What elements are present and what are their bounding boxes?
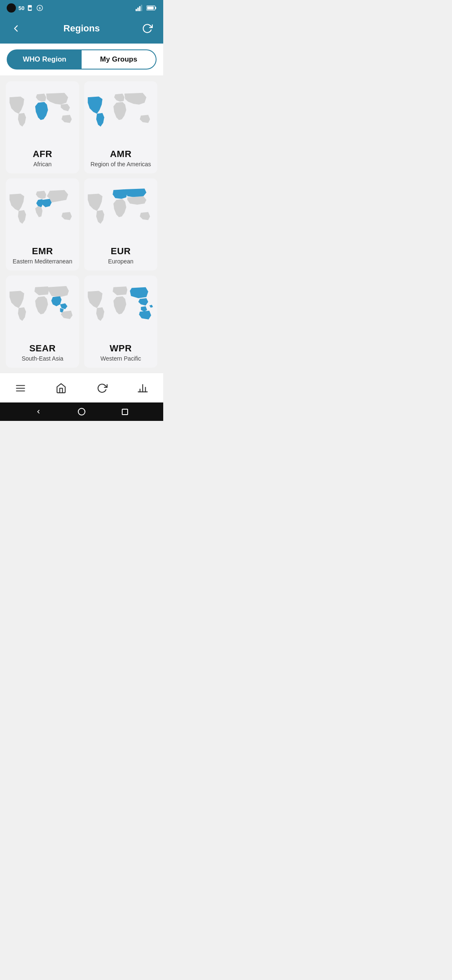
sys-recent-button[interactable]	[120, 407, 129, 416]
region-card-afr[interactable]: AFR African	[6, 81, 79, 173]
sys-recent-icon	[122, 409, 128, 415]
status-right	[136, 5, 157, 11]
region-map-afr	[6, 81, 79, 146]
system-nav-bar	[0, 402, 163, 421]
status-left: 50 $	[7, 3, 44, 13]
region-code-emr: EMR	[32, 246, 53, 257]
region-card-sear[interactable]: SEAR South-East Asia	[6, 276, 79, 368]
chart-icon	[137, 383, 148, 394]
home-icon	[56, 383, 67, 394]
svg-rect-5	[137, 8, 139, 11]
tab-my-groups[interactable]: My Groups	[82, 49, 157, 70]
region-card-eur[interactable]: EUR European	[84, 178, 157, 271]
back-icon	[10, 23, 21, 34]
region-map-sear	[6, 276, 79, 340]
status-time: 50	[18, 5, 24, 11]
tab-who-region[interactable]: WHO Region	[7, 49, 82, 70]
region-code-sear: SEAR	[29, 343, 56, 354]
region-name-emr: Eastern Mediterranean	[10, 258, 74, 265]
region-map-emr	[6, 178, 79, 243]
svg-rect-10	[147, 7, 154, 10]
svg-rect-9	[155, 7, 157, 9]
avatar-icon	[7, 3, 16, 13]
refresh-button[interactable]	[140, 21, 155, 36]
back-button[interactable]	[8, 21, 23, 36]
region-map-wpr	[84, 276, 157, 340]
region-code-afr: AFR	[33, 149, 52, 160]
status-bar: 50 $	[0, 0, 163, 15]
menu-icon	[15, 383, 26, 394]
home-button[interactable]	[51, 378, 71, 398]
header: Regions	[0, 15, 163, 44]
signal-icon	[136, 5, 144, 11]
page-title: Regions	[64, 23, 100, 34]
svg-rect-4	[136, 9, 137, 11]
coin-icon: $	[36, 5, 44, 11]
region-name-eur: European	[105, 258, 136, 265]
refresh-icon	[142, 23, 153, 34]
sys-home-icon	[78, 408, 85, 415]
sys-back-button[interactable]	[34, 407, 43, 416]
region-name-wpr: Western Pacific	[98, 355, 144, 362]
region-map-eur	[84, 178, 157, 243]
sys-back-icon	[35, 408, 42, 415]
region-code-amr: AMR	[110, 149, 132, 160]
svg-rect-6	[139, 6, 140, 11]
region-card-emr[interactable]: EMR Eastern Mediterranean	[6, 178, 79, 271]
region-code-wpr: WPR	[110, 343, 132, 354]
region-card-amr[interactable]: AMR Region of the Americas	[84, 81, 157, 173]
region-name-afr: African	[31, 161, 54, 168]
refresh-nav-button[interactable]	[92, 378, 112, 398]
menu-button[interactable]	[10, 378, 31, 398]
refresh-nav-icon	[97, 383, 108, 394]
svg-rect-7	[141, 5, 142, 11]
region-name-sear: South-East Asia	[19, 355, 66, 362]
region-card-wpr[interactable]: WPR Western Pacific	[84, 276, 157, 368]
chart-button[interactable]	[133, 378, 153, 398]
sim-icon	[27, 5, 33, 11]
sys-home-button[interactable]	[77, 407, 86, 416]
svg-text:$: $	[39, 6, 41, 10]
tab-bar: WHO Region My Groups	[0, 44, 163, 75]
region-map-amr	[84, 81, 157, 146]
battery-icon	[146, 5, 157, 11]
regions-grid: AFR African AMR Region of the Americas	[0, 75, 163, 368]
region-code-eur: EUR	[111, 246, 131, 257]
region-name-amr: Region of the Americas	[88, 161, 154, 168]
bottom-nav	[0, 373, 163, 402]
svg-rect-1	[29, 8, 32, 10]
